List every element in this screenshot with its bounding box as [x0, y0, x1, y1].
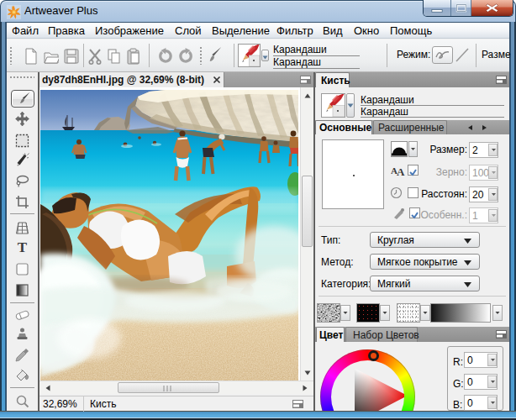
svg-text:T: T	[18, 240, 28, 255]
svg-text:A: A	[397, 165, 405, 176]
